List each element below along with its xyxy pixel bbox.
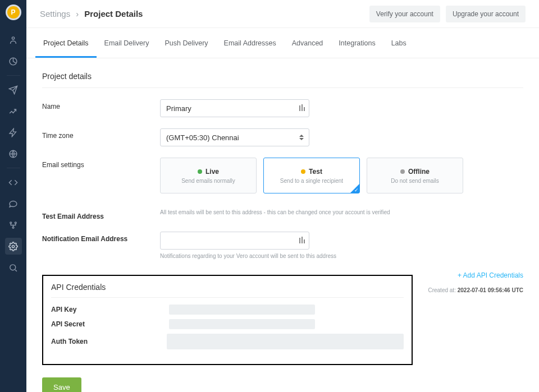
tab-integrations[interactable]: Integrations: [331, 28, 383, 58]
svg-point-0: [12, 36, 14, 39]
avatar[interactable]: P: [6, 4, 21, 20]
api-title: API Credentials: [51, 283, 106, 292]
topbar-actions: Verify your account Upgrade your account: [369, 6, 526, 22]
check-icon: ✓: [354, 187, 359, 193]
name-input[interactable]: [160, 99, 309, 117]
svg-rect-13: [304, 239, 305, 243]
nav-reports-icon[interactable]: [0, 100, 26, 122]
save-button[interactable]: Save: [42, 377, 81, 392]
api-secret-row: API Secret: [51, 319, 404, 329]
bars-icon: [299, 236, 305, 246]
api-key-value: [169, 305, 315, 315]
helper-notif-email: Notifications regarding to your Vero acc…: [160, 253, 523, 259]
svg-rect-10: [304, 107, 305, 111]
api-credentials-box: API Credentials API Key API Secret Auth …: [42, 275, 413, 365]
nav-segments-icon[interactable]: [0, 50, 26, 72]
nav-customers-icon[interactable]: [0, 29, 26, 50]
nav-chat-icon[interactable]: [0, 193, 26, 214]
breadcrumb-parent[interactable]: Settings: [40, 9, 70, 19]
sidebar: P: [0, 0, 26, 392]
svg-rect-12: [302, 237, 303, 243]
api-secret-label: API Secret: [51, 320, 169, 328]
api-created-at: Created at: 2022-07-01 09:56:46 UTC: [428, 287, 523, 293]
api-key-label: API Key: [51, 306, 169, 313]
label-test-email: Test Email Address: [42, 209, 160, 220]
svg-point-5: [12, 227, 14, 228]
svg-point-4: [15, 222, 16, 223]
label-name: Name: [42, 99, 160, 110]
api-key-row: API Key: [51, 305, 404, 315]
row-email-settings: Email settings Live Send emails normally…: [42, 158, 523, 193]
nav-code-icon[interactable]: [0, 172, 26, 193]
tab-email-delivery[interactable]: Email Delivery: [97, 28, 157, 58]
tab-advanced[interactable]: Advanced: [284, 28, 331, 58]
dot-icon: [301, 169, 305, 174]
nav-send-icon[interactable]: [0, 79, 26, 100]
tab-labs[interactable]: Labs: [383, 28, 414, 58]
svg-point-6: [12, 245, 14, 247]
nav-divider: [7, 75, 20, 76]
svg-rect-8: [299, 105, 300, 111]
label-email-settings: Email settings: [42, 158, 160, 169]
breadcrumb: Settings › Project Details: [40, 9, 143, 19]
svg-point-7: [10, 264, 16, 270]
tab-project-details[interactable]: Project Details: [35, 28, 97, 58]
row-timezone: Time zone (GMT+05:30) Chennai: [42, 128, 523, 146]
timezone-select[interactable]: (GMT+05:30) Chennai: [160, 128, 309, 146]
api-token-row: Auth Token: [51, 334, 404, 349]
topbar: Settings › Project Details Verify your a…: [26, 0, 539, 28]
label-timezone: Time zone: [42, 128, 160, 140]
mode-test[interactable]: Test Send to a single recipient ✓: [263, 158, 360, 193]
tab-email-addresses[interactable]: Email Addresses: [216, 28, 284, 58]
row-name: Name: [42, 99, 523, 117]
content: Project details Name Time zone (GMT+05:3…: [26, 58, 539, 392]
verify-account-button[interactable]: Verify your account: [369, 6, 440, 22]
nav-search-icon[interactable]: [0, 257, 26, 278]
breadcrumb-sep: ›: [76, 9, 79, 19]
nav-divider: [7, 168, 20, 168]
main: Settings › Project Details Verify your a…: [26, 0, 539, 392]
dot-icon: [400, 169, 405, 174]
tab-push-delivery[interactable]: Push Delivery: [157, 28, 216, 58]
svg-rect-9: [302, 104, 303, 111]
api-token-label: Auth Token: [51, 338, 167, 345]
breadcrumb-current: Project Details: [84, 9, 143, 19]
section-title: Project details: [42, 72, 523, 88]
nav-events-icon[interactable]: [0, 122, 26, 143]
add-api-credentials-link[interactable]: + Add API Credentials: [458, 271, 523, 279]
label-notif-email: Notification Email Address: [42, 232, 160, 243]
upgrade-account-button[interactable]: Upgrade your account: [446, 6, 526, 22]
nav-settings-icon[interactable]: [5, 238, 22, 255]
mode-offline[interactable]: Offline Do not send emails: [367, 158, 463, 193]
tabs: Project Details Email Delivery Push Deli…: [26, 28, 539, 58]
notif-email-input[interactable]: [160, 232, 309, 250]
svg-point-3: [10, 222, 12, 223]
api-token-value: [167, 334, 404, 349]
helper-test-email: All test emails will be sent to this add…: [160, 209, 523, 215]
dot-icon: [198, 169, 202, 174]
row-test-email: Test Email Address All test emails will …: [42, 209, 523, 220]
avatar-letter: P: [11, 8, 15, 16]
nav-workflows-icon[interactable]: [0, 214, 26, 236]
api--ways-secret-value: [169, 319, 315, 329]
svg-rect-11: [299, 238, 300, 243]
nav-globe-icon[interactable]: [0, 143, 26, 164]
row-notif-email: Notification Email Address Notifications…: [42, 232, 523, 259]
mode-live[interactable]: Live Send emails normally: [160, 158, 257, 193]
bars-icon: [299, 103, 305, 113]
api-right-col: + Add API Credentials Created at: 2022-0…: [428, 270, 523, 293]
